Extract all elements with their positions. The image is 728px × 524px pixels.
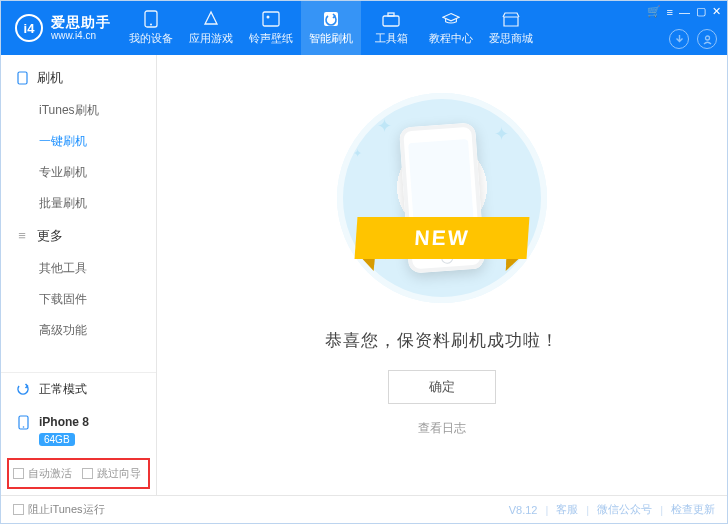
sidebar-bottom: 正常模式 iPhone 8 64GB 自动激活 跳过向导 bbox=[1, 372, 156, 495]
tab-apps[interactable]: 应用游戏 bbox=[181, 1, 241, 55]
sidebar-item-itunes-flash[interactable]: iTunes刷机 bbox=[1, 95, 156, 126]
grad-cap-icon bbox=[442, 10, 460, 28]
svg-point-7 bbox=[705, 36, 709, 40]
toolbox-icon bbox=[382, 10, 400, 28]
menu-icon[interactable]: ≡ bbox=[667, 6, 673, 18]
brand-text: 爱思助手 www.i4.cn bbox=[51, 14, 111, 42]
tab-label: 工具箱 bbox=[375, 31, 408, 46]
download-circle-icon[interactable] bbox=[669, 29, 689, 49]
sidebar-item-other-tools[interactable]: 其他工具 bbox=[1, 253, 156, 284]
device-info[interactable]: iPhone 8 bbox=[1, 406, 156, 432]
brand: i4 爱思助手 www.i4.cn bbox=[1, 1, 121, 55]
status-bar: 阻止iTunes运行 V8.12| 客服| 微信公众号| 检查更新 bbox=[1, 495, 727, 523]
tab-store[interactable]: 爱思商城 bbox=[481, 1, 541, 55]
device-mode[interactable]: 正常模式 bbox=[1, 373, 156, 406]
checkbox-label: 跳过向导 bbox=[97, 466, 141, 481]
footer-link-wechat[interactable]: 微信公众号 bbox=[597, 502, 652, 517]
tab-ringtones[interactable]: 铃声壁纸 bbox=[241, 1, 301, 55]
cart-icon[interactable]: 🛒 bbox=[647, 5, 661, 18]
flash-icon bbox=[322, 10, 340, 28]
store-icon bbox=[502, 10, 520, 28]
footer-link-support[interactable]: 客服 bbox=[556, 502, 578, 517]
sidebar-group-title: 更多 bbox=[37, 227, 63, 245]
header-action-icons bbox=[669, 29, 717, 49]
checkbox-skip-wizard[interactable]: 跳过向导 bbox=[82, 466, 141, 481]
storage-badge: 64GB bbox=[39, 433, 75, 446]
sidebar-item-pro-flash[interactable]: 专业刷机 bbox=[1, 157, 156, 188]
tab-flash[interactable]: 智能刷机 bbox=[301, 1, 361, 55]
sidebar-option-highlight: 自动激活 跳过向导 bbox=[7, 458, 150, 489]
phone-small-icon bbox=[15, 71, 29, 85]
minimize-icon[interactable]: — bbox=[679, 6, 690, 18]
tab-label: 教程中心 bbox=[429, 31, 473, 46]
new-ribbon: NEW bbox=[355, 217, 530, 259]
device-name: iPhone 8 bbox=[39, 415, 89, 429]
tab-label: 爱思商城 bbox=[489, 31, 533, 46]
checkbox-auto-activate[interactable]: 自动激活 bbox=[13, 466, 72, 481]
svg-rect-5 bbox=[383, 16, 399, 26]
maximize-icon[interactable]: ▢ bbox=[696, 5, 706, 18]
sidebar-group-more[interactable]: ≡ 更多 bbox=[1, 219, 156, 253]
ok-button[interactable]: 确定 bbox=[388, 370, 496, 404]
tab-toolbox[interactable]: 工具箱 bbox=[361, 1, 421, 55]
tab-label: 我的设备 bbox=[129, 31, 173, 46]
checkbox-icon bbox=[13, 468, 24, 479]
close-icon[interactable]: ✕ bbox=[712, 5, 721, 18]
sparkle-icon: ✦ bbox=[353, 147, 362, 160]
view-log-link[interactable]: 查看日志 bbox=[418, 420, 466, 437]
phone-ribbon-wrap: NEW bbox=[404, 125, 480, 271]
checkbox-label: 阻止iTunes运行 bbox=[28, 502, 105, 517]
sidebar: 刷机 iTunes刷机 一键刷机 专业刷机 批量刷机 ≡ 更多 其他工具 下载固… bbox=[1, 55, 157, 495]
svg-point-1 bbox=[150, 24, 152, 26]
sidebar-item-download-fw[interactable]: 下载固件 bbox=[1, 284, 156, 315]
footer-right: V8.12| 客服| 微信公众号| 检查更新 bbox=[509, 502, 715, 517]
tab-label: 应用游戏 bbox=[189, 31, 233, 46]
tab-label: 铃声壁纸 bbox=[249, 31, 293, 46]
tab-label: 智能刷机 bbox=[309, 31, 353, 46]
header-tabs: 我的设备 应用游戏 铃声壁纸 智能刷机 工具箱 教程中心 bbox=[121, 1, 727, 55]
svg-point-3 bbox=[267, 16, 270, 19]
brand-url: www.i4.cn bbox=[51, 30, 111, 42]
version-label: V8.12 bbox=[509, 504, 538, 516]
device-mode-label: 正常模式 bbox=[39, 381, 87, 398]
svg-point-10 bbox=[22, 426, 24, 428]
main-panel: ✦ ✦ ✦ ✦ ✦ NEW 恭喜您，保资料刷机成功啦！ 确定 查看日志 bbox=[157, 55, 727, 495]
footer-link-update[interactable]: 检查更新 bbox=[671, 502, 715, 517]
checkbox-icon bbox=[82, 468, 93, 479]
wallpaper-icon bbox=[262, 10, 280, 28]
device-icon bbox=[15, 414, 31, 430]
apps-icon bbox=[202, 10, 220, 28]
checkbox-icon bbox=[13, 504, 24, 515]
brand-title: 爱思助手 bbox=[51, 14, 111, 30]
tab-mydevice[interactable]: 我的设备 bbox=[121, 1, 181, 55]
sidebar-group-flash[interactable]: 刷机 bbox=[1, 61, 156, 95]
more-icon: ≡ bbox=[15, 229, 29, 243]
brand-logo-icon: i4 bbox=[15, 14, 43, 42]
tab-tutorials[interactable]: 教程中心 bbox=[421, 1, 481, 55]
app-header: i4 爱思助手 www.i4.cn 我的设备 应用游戏 铃声壁纸 智能刷机 bbox=[1, 1, 727, 55]
sparkle-icon: ✦ bbox=[377, 115, 392, 137]
success-illustration: ✦ ✦ ✦ ✦ ✦ NEW bbox=[337, 93, 547, 303]
sidebar-item-onekey-flash[interactable]: 一键刷机 bbox=[1, 126, 156, 157]
user-circle-icon[interactable] bbox=[697, 29, 717, 49]
sidebar-group-title: 刷机 bbox=[37, 69, 63, 87]
checkbox-block-itunes[interactable]: 阻止iTunes运行 bbox=[13, 502, 105, 517]
phone-icon bbox=[142, 10, 160, 28]
app-root: i4 爱思助手 www.i4.cn 我的设备 应用游戏 铃声壁纸 智能刷机 bbox=[0, 0, 728, 524]
svg-rect-6 bbox=[388, 13, 394, 16]
app-body: 刷机 iTunes刷机 一键刷机 专业刷机 批量刷机 ≡ 更多 其他工具 下载固… bbox=[1, 55, 727, 495]
checkbox-label: 自动激活 bbox=[28, 466, 72, 481]
refresh-icon bbox=[15, 382, 31, 398]
window-controls: 🛒 ≡ — ▢ ✕ bbox=[647, 5, 721, 18]
sidebar-item-advanced[interactable]: 高级功能 bbox=[1, 315, 156, 346]
sidebar-item-batch-flash[interactable]: 批量刷机 bbox=[1, 188, 156, 219]
svg-rect-2 bbox=[263, 12, 279, 26]
success-message: 恭喜您，保资料刷机成功啦！ bbox=[325, 329, 559, 352]
sparkle-icon: ✦ bbox=[494, 123, 509, 145]
svg-rect-8 bbox=[18, 72, 27, 84]
